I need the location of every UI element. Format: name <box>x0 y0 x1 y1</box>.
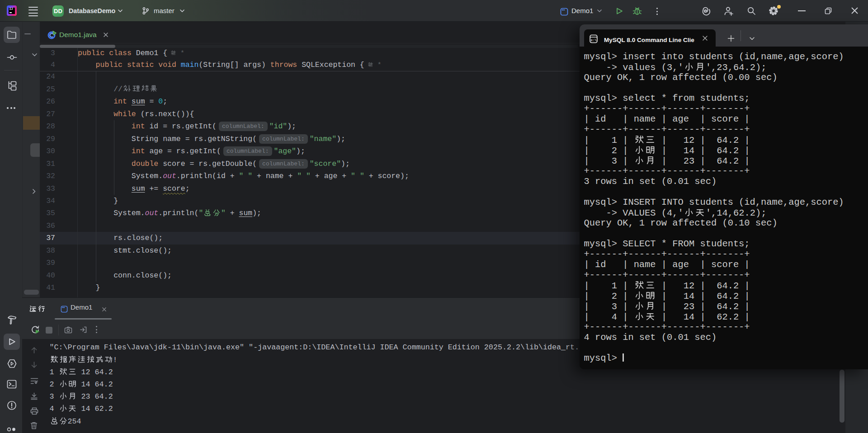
svg-text:c:\: c:\ <box>591 38 597 42</box>
